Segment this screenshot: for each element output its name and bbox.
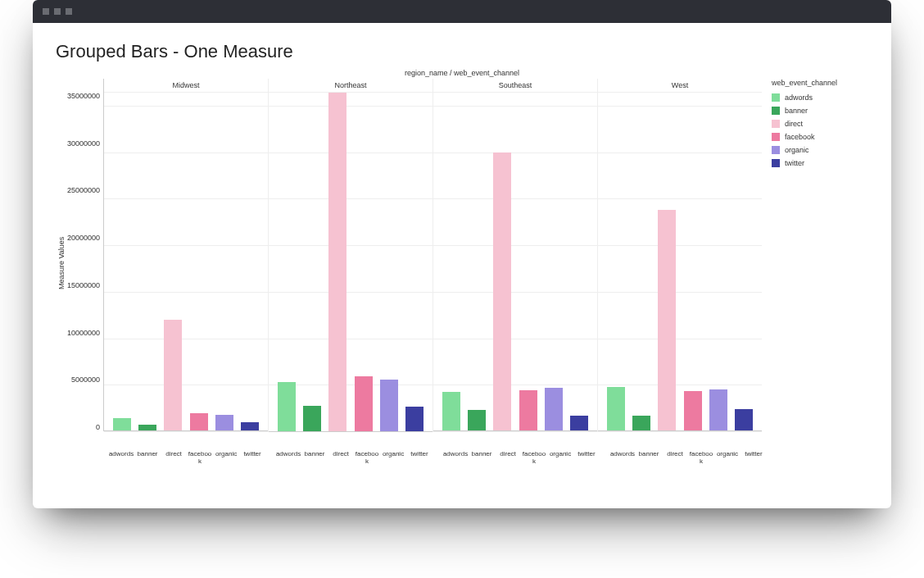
legend-title: web_event_channel <box>772 79 868 87</box>
bar-slot <box>629 416 653 431</box>
window-control-dot <box>43 8 49 15</box>
bar-southeast-organic <box>545 388 563 431</box>
chart-panel-northeast: Northeast <box>269 79 433 431</box>
legend-item-direct: direct <box>772 120 868 128</box>
panel-bars <box>269 93 433 432</box>
bar-slot <box>187 413 211 431</box>
bar-northeast-organic <box>380 380 398 432</box>
legend-swatch <box>772 93 780 102</box>
legend-label: adwords <box>785 93 813 102</box>
legend-swatch <box>772 133 780 141</box>
x-tick-label: organic <box>213 450 239 466</box>
panel-header: West <box>598 79 762 93</box>
chart-y-axis-label: Measure Values <box>56 79 67 448</box>
bar-southeast-banner <box>468 410 486 431</box>
x-tick-label: direct <box>662 450 688 466</box>
bar-slot <box>681 391 704 431</box>
x-tick-label: direct <box>328 450 354 466</box>
bar-slot <box>300 406 324 432</box>
bar-northeast-facebook <box>355 376 373 432</box>
legend-label: organic <box>785 146 809 154</box>
bar-slot <box>377 380 401 432</box>
legend-item-organic: organic <box>772 146 868 154</box>
legend-swatch <box>772 146 780 154</box>
legend-label: twitter <box>785 159 804 167</box>
panel-bars <box>598 93 762 431</box>
y-tick-label: 20000000 <box>67 234 100 242</box>
y-tick-label: 15000000 <box>67 281 100 289</box>
bar-midwest-adwords <box>113 418 131 431</box>
y-tick-label: 10000000 <box>67 329 100 337</box>
bar-west-adwords <box>607 387 625 431</box>
x-tick-label: facebook <box>688 450 714 466</box>
bar-southeast-direct <box>493 152 511 431</box>
y-tick-label: 35000000 <box>67 92 100 100</box>
bar-southeast-facebook <box>519 390 537 431</box>
bar-slot <box>110 418 134 431</box>
legend-item-facebook: facebook <box>772 133 868 141</box>
window-control-dot <box>54 8 61 15</box>
x-tick-label: organic <box>714 450 741 466</box>
bar-west-direct <box>658 210 676 431</box>
x-tick-label: adwords <box>609 450 636 466</box>
chart-axis-title-top: region_name / web_event_channel <box>56 69 868 77</box>
window-control-dot <box>66 8 72 15</box>
legend-swatch <box>772 120 780 128</box>
x-tick-label: facebook <box>521 450 547 466</box>
x-tick-label: twitter <box>406 450 433 466</box>
panel-header: Midwest <box>104 79 268 93</box>
panel-bars <box>433 93 597 431</box>
bar-west-twitter <box>735 409 753 431</box>
bar-northeast-adwords <box>278 382 296 432</box>
window: Grouped Bars - One Measure region_name /… <box>33 0 891 508</box>
x-tick-label: adwords <box>275 450 301 466</box>
bar-southeast-adwords <box>442 392 460 431</box>
legend-swatch <box>772 107 780 115</box>
bar-slot <box>568 416 591 431</box>
panel-header: Northeast <box>269 79 433 93</box>
x-tick-label: twitter <box>741 450 767 466</box>
legend-label: banner <box>785 107 808 115</box>
chart-plot-area: MidwestNortheastSoutheastWest <box>103 79 762 431</box>
chart-panel-southeast: Southeast <box>433 79 598 431</box>
x-tick-label: banner <box>301 450 328 466</box>
x-tick-label: twitter <box>573 450 600 466</box>
legend-label: direct <box>785 120 803 128</box>
x-tick-label: organic <box>380 450 406 466</box>
x-tick-label: banner <box>469 450 495 466</box>
x-tick-label: direct <box>161 450 187 466</box>
bar-slot <box>351 376 375 432</box>
y-tick-label: 25000000 <box>67 186 100 194</box>
bar-west-banner <box>632 416 650 431</box>
bar-slot <box>161 320 185 431</box>
x-tick-label: direct <box>495 450 521 466</box>
x-tick-label: adwords <box>442 450 469 466</box>
bar-slot <box>516 390 540 431</box>
bar-slot <box>491 152 514 431</box>
bar-midwest-organic <box>215 415 233 431</box>
legend-item-adwords: adwords <box>772 93 868 102</box>
bar-slot <box>732 409 756 431</box>
bar-slot <box>326 93 350 432</box>
chart-panel-west: West <box>598 79 762 431</box>
legend-swatch <box>772 159 780 167</box>
page-title: Grouped Bars - One Measure <box>56 41 868 62</box>
y-tick-label: 5000000 <box>71 375 100 384</box>
bar-west-facebook <box>684 391 702 431</box>
bar-slot <box>604 387 627 431</box>
bar-midwest-facebook <box>190 413 208 431</box>
x-tick-label: organic <box>547 450 573 466</box>
x-tick-label: adwords <box>108 450 134 466</box>
bar-slot <box>464 410 488 431</box>
chart: region_name / web_event_channel Measure … <box>56 69 868 466</box>
bar-slot <box>706 389 730 431</box>
bar-slot <box>439 392 463 431</box>
y-tick-label: 0 <box>96 423 100 431</box>
x-tick-label: banner <box>134 450 161 466</box>
y-tick-label: 30000000 <box>67 139 100 148</box>
bar-southeast-twitter <box>570 416 588 431</box>
bar-northeast-direct <box>328 93 346 432</box>
bar-slot <box>212 415 236 431</box>
bar-northeast-twitter <box>405 407 424 432</box>
legend-item-banner: banner <box>772 107 868 115</box>
